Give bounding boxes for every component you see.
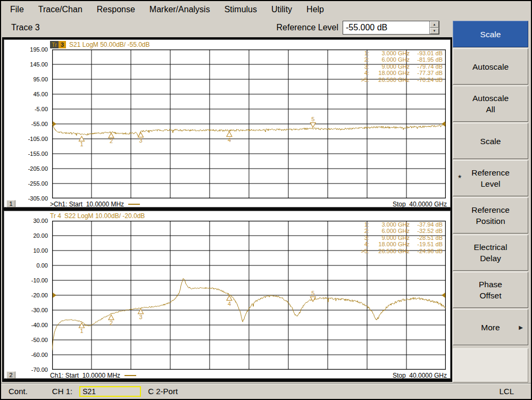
reference-position-button[interactable]: Reference Position [453, 197, 528, 234]
button-label: Position [476, 215, 505, 227]
button-label: Reference [471, 167, 510, 178]
marker-symbol[interactable] [109, 315, 114, 320]
trace-title: S21 LogM 50.00dB/ -55.0dB [69, 41, 149, 48]
marker-readout-cell: >5: [358, 248, 369, 254]
blank-softkey [453, 348, 528, 382]
phase-offset-button[interactable]: Phase Offset [453, 272, 528, 308]
marker-number: 2 [110, 320, 113, 326]
correction-status: C 2-Port [148, 387, 178, 396]
marker-readout-cell: 4: [358, 241, 369, 247]
button-label: Phase [479, 279, 502, 290]
y-tick-label: 145.00 [30, 61, 48, 68]
marker-symbol[interactable] [79, 323, 85, 328]
active-trace-label: Trace 3 [11, 23, 40, 32]
marker-number: 5 [311, 290, 314, 296]
reference-level-input[interactable] [343, 21, 429, 34]
more-button[interactable]: More ▶ [453, 309, 528, 345]
scale-button[interactable]: Scale [453, 123, 528, 159]
marker-readout-cell: 6.000 GHz [369, 56, 410, 63]
local-remote-status: LCL [499, 387, 514, 396]
marker-number: 4 [228, 301, 231, 307]
marker-readout-cell: 3: [358, 63, 369, 70]
trace-badge-tr[interactable]: Tr [50, 41, 59, 48]
marker-readout-cell: 26.500 GHz [369, 77, 410, 83]
marker-readout-table: 1:3.000 GHz-93.01 dB2:6.000 GHz-81.95 dB… [358, 50, 443, 83]
button-label: Electrical [474, 241, 508, 253]
marker-readout-cell: -70.24 dB [410, 77, 443, 83]
marker-readout-row: >5:26.500 GHz-70.24 dB [358, 77, 443, 83]
reference-level-button[interactable]: * Reference Level [453, 160, 528, 196]
window-number-badge: 2 [6, 371, 15, 379]
button-label: More [481, 322, 500, 333]
menu-help[interactable]: Help [306, 5, 324, 14]
marker-readout-cell: 2: [358, 228, 369, 234]
ref-level-arrow-right [442, 293, 445, 298]
marker-readout-cell: 18.000 GHz [369, 70, 410, 76]
window-number-badge: 1 [6, 200, 15, 207]
marker-symbol[interactable] [310, 123, 315, 128]
y-tick-label: -10.00 [31, 277, 48, 284]
marker-symbol[interactable] [227, 132, 232, 137]
y-tick-label: 0.00 [37, 262, 48, 269]
marker-readout-cell: -32.52 dB [410, 228, 443, 234]
reference-level-label: Reference Level [276, 23, 338, 32]
y-tick-label: -55.00 [31, 121, 48, 127]
spinner-down-icon[interactable]: ▼ [430, 28, 439, 34]
marker-symbol[interactable] [138, 309, 144, 314]
y-tick-label: -50.00 [31, 337, 48, 343]
trace-color-dash [128, 204, 140, 205]
softkey-menu-title[interactable]: Scale [453, 21, 528, 47]
y-tick-label: -40.00 [31, 322, 48, 328]
marker-readout-cell: 1: [358, 50, 369, 56]
button-label: Reference [471, 204, 510, 215]
marker-symbol[interactable] [109, 133, 114, 138]
marker-readout-cell: 9.000 GHz [369, 235, 410, 241]
menu-stimulus[interactable]: Stimulus [225, 5, 257, 14]
y-tick-label: 20.00 [33, 232, 48, 239]
menu-utility[interactable]: Utility [271, 5, 292, 14]
marker-readout-row: >5:26.500 GHz-24.96 dB [358, 248, 443, 254]
y-tick-label: -30.00 [31, 307, 48, 313]
ref-level-arrow-left [53, 121, 56, 127]
menu-marker-analysis[interactable]: Marker/Analysis [149, 5, 210, 14]
marker-readout-row: 3:9.000 GHz-79.74 dB [358, 63, 443, 70]
ref-level-arrow-left [53, 293, 56, 298]
marker-number: 4 [228, 137, 231, 143]
trace-badge-plain[interactable]: Tr 4 [50, 212, 61, 220]
button-label: Scale [480, 136, 501, 147]
menu-response[interactable]: Response [97, 5, 135, 14]
spinner-up-icon[interactable]: ▲ [430, 21, 439, 28]
marker-readout-cell: 3.000 GHz [369, 50, 410, 56]
channel-footer: 1 >Ch1: Start 10.0000 MHz Stop 40.0000 G… [4, 200, 450, 208]
menu-file[interactable]: File [10, 5, 24, 14]
marker-readout-cell: 4: [358, 70, 369, 76]
measurement-status-box[interactable]: S21 [79, 386, 141, 397]
electrical-delay-button[interactable]: Electrical Delay [453, 235, 528, 271]
autoscale-all-button[interactable]: Autoscale All [453, 86, 528, 122]
channel-stop-label: Stop 40.0000 GHz [393, 372, 447, 379]
channel-stop-label: Stop 40.0000 GHz [393, 201, 447, 208]
marker-readout-cell: 2: [358, 56, 369, 63]
vna-application-window: File Trace/Chan Response Marker/Analysis… [0, 0, 532, 400]
button-label: Level [480, 178, 500, 189]
trace-badge-number[interactable]: 3 [59, 41, 66, 48]
menu-bar: File Trace/Chan Response Marker/Analysis… [1, 1, 531, 18]
marker-readout-row: 3:9.000 GHz-28.51 dB [358, 235, 443, 241]
trace-header: Tr3 S21 LogM 50.00dB/ -55.0dB [4, 40, 450, 48]
marker-readout-cell: -79.74 dB [410, 63, 443, 70]
marker-number: 5 [311, 116, 314, 122]
menu-trace-chan[interactable]: Trace/Chan [38, 5, 82, 14]
graph-region: Tr3 S21 LogM 50.00dB/ -55.0dB 195.00145.… [2, 37, 452, 382]
marker-symbol[interactable] [138, 132, 144, 137]
button-label: Autoscale [472, 93, 509, 104]
y-tick-label: -155.00 [28, 151, 48, 157]
marker-readout-cell: 18.000 GHz [369, 241, 410, 247]
autoscale-button[interactable]: Autoscale [453, 48, 528, 85]
button-label: All [486, 104, 495, 115]
button-label: Autoscale [472, 61, 509, 72]
trace-header: Tr 4 S22 LogM 10.00dB/ -20.0dB [4, 212, 450, 220]
marker-symbol[interactable] [227, 296, 232, 301]
plot-canvas-wrap: 12345 1:3.000 GHz-37.94 dB2:6.000 GHz-32… [52, 221, 446, 370]
entry-toolbar: Trace 3 Reference Level ▲ ▼ [1, 18, 451, 37]
marker-readout-row: 2:6.000 GHz-81.95 dB [358, 56, 443, 63]
